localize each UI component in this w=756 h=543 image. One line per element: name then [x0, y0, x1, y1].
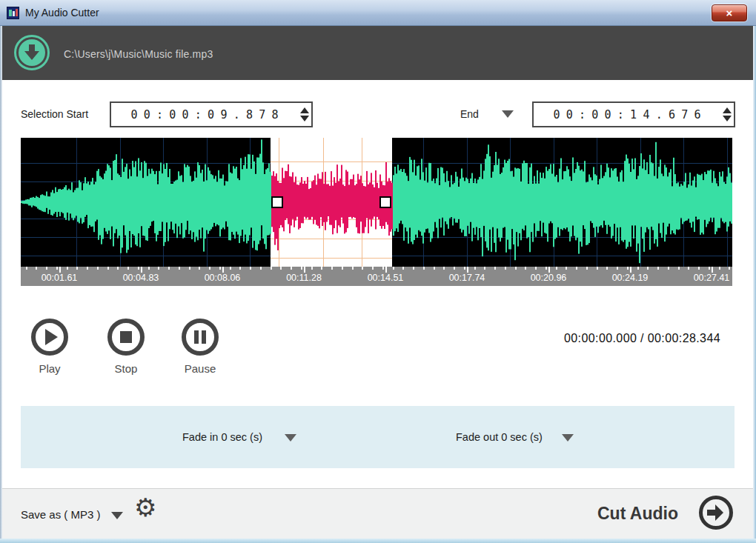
timeline[interactable]: 00:01.6100:04.8300:08.0600:11.2800:14.51… — [21, 267, 732, 286]
play-icon — [45, 329, 58, 345]
timeline-minor-tick — [729, 267, 730, 270]
close-button[interactable]: × — [712, 4, 747, 21]
settings-gear-icon[interactable]: ⚙ — [134, 495, 156, 520]
timeline-minor-tick — [76, 267, 78, 270]
timeline-minor-tick — [56, 267, 58, 270]
timeline-minor-tick — [525, 267, 526, 270]
selection-start-spinner[interactable] — [298, 103, 311, 126]
timeline-minor-tick — [423, 267, 425, 270]
selection-start-value[interactable]: 00:00:09.878 — [111, 108, 298, 121]
timeline-minor-tick — [219, 267, 221, 270]
timeline-minor-tick — [117, 267, 119, 270]
timeline-label: 00:17.74 — [449, 273, 485, 283]
timeline-label: 00:04.83 — [123, 273, 159, 283]
fade-in-dropdown-icon[interactable] — [285, 434, 296, 442]
timeline-minor-tick — [87, 267, 88, 270]
stop-button[interactable] — [107, 319, 145, 356]
timeline-minor-tick — [597, 267, 598, 270]
pause-button[interactable] — [182, 319, 219, 356]
save-as-dropdown-icon[interactable] — [111, 512, 123, 519]
selection-start-field[interactable]: 00:00:09.878 — [110, 101, 313, 127]
timeline-minor-tick — [148, 267, 150, 270]
timeline-minor-tick — [230, 267, 231, 270]
spinner-up-icon[interactable] — [300, 107, 309, 113]
cut-audio-arrow-button[interactable] — [699, 496, 733, 530]
fade-out-dropdown[interactable]: Fade out 0 sec (s) — [456, 431, 543, 443]
app-icon — [7, 7, 19, 19]
selection-end-field[interactable]: 00:00:14.676 — [532, 101, 735, 127]
selection-end-value[interactable]: 00:00:14.676 — [534, 108, 720, 121]
timeline-minor-tick — [454, 267, 455, 270]
timeline-minor-tick — [168, 267, 170, 270]
timeline-minor-tick — [393, 267, 394, 270]
timeline-minor-tick — [586, 267, 588, 270]
play-button[interactable] — [31, 319, 68, 356]
spinner-down-icon[interactable] — [723, 116, 732, 121]
timeline-major-tick — [141, 267, 142, 273]
timeline-minor-tick — [138, 267, 139, 270]
download-arrow-head-icon — [24, 51, 39, 60]
selection-right-handle[interactable] — [379, 196, 391, 208]
timeline-minor-tick — [280, 267, 282, 270]
timeline-minor-tick — [719, 267, 720, 270]
timeline-minor-tick — [36, 267, 37, 270]
timeline-minor-tick — [688, 267, 689, 270]
timeline-minor-tick — [158, 267, 159, 270]
timeline-major-tick — [712, 267, 713, 273]
fade-options-bar: Fade in 0 sec (s) Fade out 0 sec (s) — [21, 406, 735, 468]
timeline-minor-tick — [321, 267, 322, 270]
timeline-minor-tick — [291, 267, 292, 270]
timeline-minor-tick — [494, 267, 496, 270]
timeline-minor-tick — [127, 267, 129, 270]
fade-in-dropdown[interactable]: Fade in 0 sec (s) — [182, 431, 262, 443]
spinner-up-icon[interactable] — [723, 107, 732, 113]
timeline-minor-tick — [698, 267, 700, 270]
timeline-minor-tick — [97, 267, 99, 270]
waveform — [21, 138, 732, 267]
timeline-minor-tick — [505, 267, 506, 270]
stop-icon — [120, 331, 132, 343]
right-arrow-head-icon — [715, 504, 723, 521]
timeline-minor-tick — [627, 267, 629, 270]
timeline-minor-tick — [647, 267, 649, 270]
timeline-major-tick — [304, 267, 305, 273]
timeline-minor-tick — [189, 267, 190, 270]
open-file-icon[interactable] — [14, 35, 50, 70]
selection-start-label: Selection Start — [21, 108, 88, 120]
timeline-label: 00:14.51 — [368, 273, 404, 283]
waveform-display[interactable] — [21, 138, 732, 267]
timeline-minor-tick — [67, 267, 68, 270]
end-dropdown-icon[interactable] — [502, 110, 514, 118]
timeline-minor-tick — [382, 267, 384, 270]
timeline-minor-tick — [26, 267, 27, 270]
timeline-minor-tick — [331, 267, 333, 270]
stop-label: Stop — [93, 362, 159, 375]
save-as-dropdown[interactable]: Save as ( MP3 ) — [21, 508, 101, 521]
selection-end-spinner[interactable] — [720, 103, 734, 126]
cut-audio-button[interactable]: Cut Audio — [597, 504, 678, 524]
title-bar[interactable]: My Audio Cutter × — [0, 0, 756, 26]
play-label: Play — [16, 362, 83, 375]
timeline-minor-tick — [464, 267, 465, 270]
timeline-minor-tick — [413, 267, 414, 270]
timeline-minor-tick — [199, 267, 200, 270]
fade-out-dropdown-icon[interactable] — [562, 434, 574, 442]
timeline-minor-tick — [668, 267, 669, 270]
timeline-minor-tick — [372, 267, 374, 270]
pause-label: Pause — [167, 362, 233, 375]
timeline-minor-tick — [301, 267, 302, 270]
timeline-major-tick — [59, 267, 61, 273]
timeline-minor-tick — [515, 267, 517, 270]
timeline-minor-tick — [709, 267, 710, 270]
timeline-minor-tick — [546, 267, 547, 270]
spinner-down-icon[interactable] — [300, 116, 309, 121]
window-frame-right — [753, 26, 756, 543]
timeline-minor-tick — [637, 267, 639, 270]
timeline-minor-tick — [311, 267, 313, 270]
timeline-label: 00:08.06 — [205, 273, 241, 283]
timeline-minor-tick — [566, 267, 567, 270]
timeline-minor-tick — [362, 267, 363, 270]
timeline-major-tick — [548, 267, 550, 273]
end-mode-label[interactable]: End — [460, 108, 479, 120]
selection-left-handle[interactable] — [271, 196, 283, 208]
